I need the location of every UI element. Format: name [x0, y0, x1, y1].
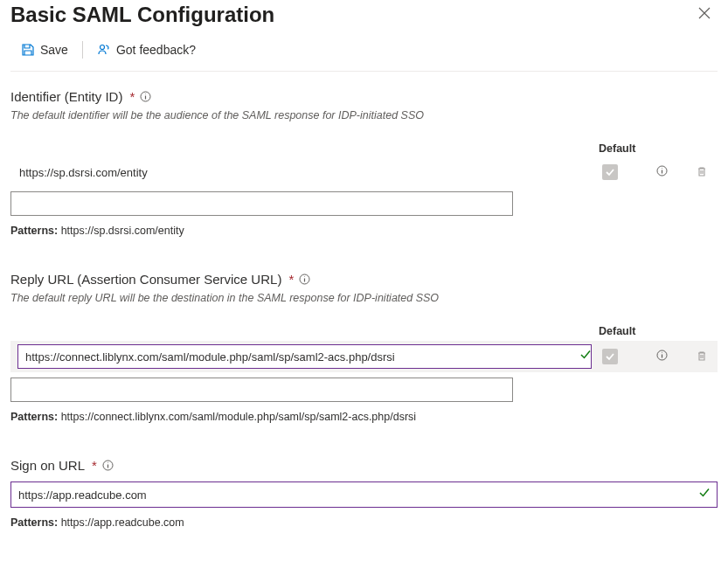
- info-icon: [656, 350, 668, 361]
- replyurl-label-text: Reply URL (Assertion Consumer Service UR…: [10, 272, 281, 287]
- trash-icon: [696, 165, 708, 177]
- page-title: Basic SAML Configuration: [10, 3, 274, 27]
- required-indicator: *: [129, 89, 135, 104]
- info-icon[interactable]: [102, 460, 114, 471]
- signon-section: Sign on URL * Patterns: https://app.read…: [10, 458, 718, 529]
- identifier-patterns: Patterns: https://sp.dsrsi.com/entity: [10, 225, 718, 237]
- default-column-header: Default: [599, 325, 655, 337]
- signon-label: Sign on URL *: [10, 458, 718, 473]
- info-icon[interactable]: [140, 91, 151, 102]
- identifier-add-input[interactable]: [10, 191, 513, 216]
- identifier-label-text: Identifier (Entity ID): [10, 89, 122, 104]
- replyurl-row: [10, 341, 718, 372]
- signon-label-text: Sign on URL: [10, 458, 85, 473]
- patterns-value: https://sp.dsrsi.com/entity: [61, 225, 184, 237]
- patterns-label: Patterns:: [10, 411, 58, 423]
- feedback-icon: [97, 43, 111, 57]
- identifier-row-delete[interactable]: [694, 163, 710, 182]
- identifier-help: The default identifier will be the audie…: [10, 109, 718, 121]
- patterns-value: https://app.readcube.com: [61, 516, 184, 529]
- identifier-row-info[interactable]: [655, 163, 669, 181]
- save-label: Save: [40, 43, 68, 57]
- default-column-header: Default: [599, 142, 655, 155]
- required-indicator: *: [288, 272, 294, 287]
- info-icon: [656, 165, 668, 177]
- replyurl-row-delete[interactable]: [694, 348, 710, 366]
- check-icon: [605, 167, 615, 177]
- replyurl-section: Reply URL (Assertion Consumer Service UR…: [10, 272, 718, 423]
- svg-point-0: [100, 45, 104, 50]
- identifier-section: Identifier (Entity ID) * The default ide…: [10, 89, 718, 237]
- identifier-url-text: https://sp.dsrsi.com/entity: [10, 161, 599, 184]
- check-icon: [605, 351, 615, 362]
- patterns-label: Patterns:: [10, 225, 58, 237]
- toolbar: Save Got feedback?: [10, 27, 718, 72]
- replyurl-label: Reply URL (Assertion Consumer Service UR…: [10, 272, 718, 287]
- trash-icon: [696, 350, 708, 362]
- feedback-label: Got feedback?: [116, 43, 196, 57]
- patterns-value: https://connect.liblynx.com/saml/module.…: [61, 411, 416, 423]
- info-icon[interactable]: [299, 274, 310, 285]
- identifier-label: Identifier (Entity ID) *: [10, 89, 718, 104]
- replyurl-row-info[interactable]: [655, 348, 669, 365]
- patterns-label: Patterns:: [10, 516, 58, 529]
- save-icon: [21, 43, 35, 57]
- identifier-row: https://sp.dsrsi.com/entity: [10, 158, 718, 186]
- feedback-button[interactable]: Got feedback?: [94, 41, 199, 59]
- replyurl-add-input[interactable]: [10, 378, 513, 402]
- close-button[interactable]: [691, 2, 718, 27]
- close-icon: [698, 7, 711, 19]
- save-button[interactable]: Save: [17, 41, 72, 59]
- signon-input[interactable]: [10, 481, 718, 508]
- replyurl-input[interactable]: [17, 344, 592, 369]
- identifier-default-checkbox[interactable]: [602, 164, 618, 180]
- replyurl-patterns: Patterns: https://connect.liblynx.com/sa…: [10, 411, 718, 423]
- identifier-columns-header: Default: [10, 139, 718, 158]
- required-indicator: *: [92, 458, 97, 473]
- replyurl-columns-header: Default: [10, 322, 718, 341]
- replyurl-help: The default reply URL will be the destin…: [10, 292, 718, 304]
- toolbar-separator: [82, 41, 83, 59]
- replyurl-default-checkbox[interactable]: [602, 349, 618, 364]
- signon-patterns: Patterns: https://app.readcube.com: [10, 516, 718, 529]
